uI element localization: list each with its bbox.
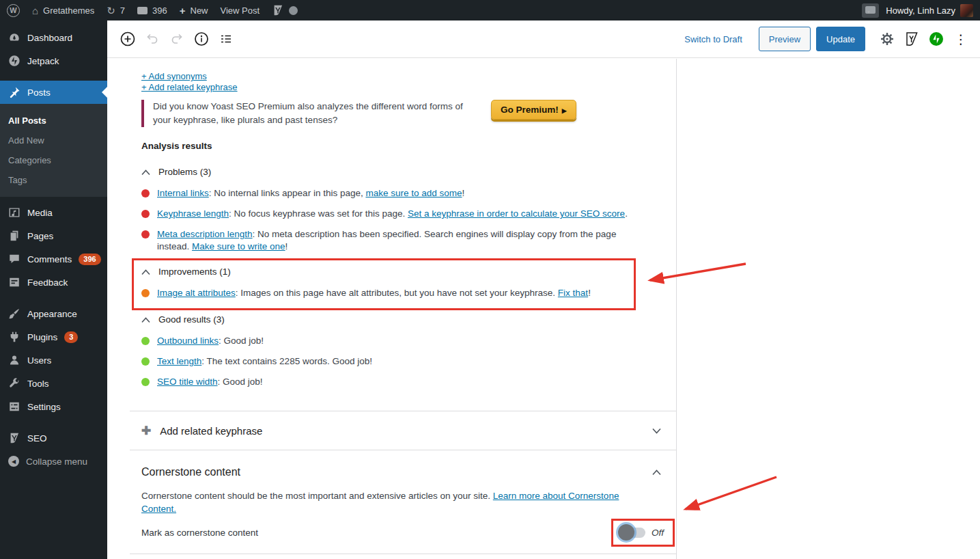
new-content-menu[interactable]: + New — [180, 5, 208, 16]
settings-gear-button[interactable] — [875, 27, 899, 51]
sidebar-label-plugins: Plugins — [27, 332, 57, 342]
sidebar-item-plugins[interactable]: Plugins 3 — [0, 325, 107, 349]
yoast-seo-metabox: + Add synonyms + Add related keyphrase D… — [107, 59, 677, 559]
redo-button[interactable] — [165, 27, 189, 51]
problems-section-toggle[interactable]: Problems (3) — [141, 167, 211, 178]
chevron-down-icon[interactable] — [652, 428, 661, 434]
site-name: Gretathemes — [43, 5, 94, 16]
posts-submenu: All Posts Add New Categories Tags — [0, 104, 107, 197]
editor-toolbar: Switch to Draft Preview Update ⋮ — [107, 21, 980, 58]
pages-icon — [8, 230, 20, 242]
sidebar-item-tools[interactable]: Tools — [0, 372, 107, 395]
jetpack-sidebar-button[interactable] — [924, 27, 949, 51]
switch-to-draft-link[interactable]: Switch to Draft — [684, 34, 742, 44]
sidebar-label-pages: Pages — [27, 231, 53, 241]
improvements-section-toggle[interactable]: Improvements (1) — [141, 267, 231, 277]
cornerstone-toggle[interactable] — [621, 528, 645, 538]
analysis-action-link[interactable]: Fix that — [558, 288, 588, 298]
new-icon: + — [180, 5, 186, 16]
undo-button[interactable] — [140, 27, 165, 51]
account-menu[interactable]: Howdy, Linh Lazy — [886, 4, 973, 17]
avatar — [960, 4, 973, 17]
sidebar-item-settings[interactable]: Settings — [0, 395, 107, 418]
cornerstone-section-header[interactable]: Cornerstone content — [141, 450, 665, 479]
update-button[interactable]: Update — [816, 27, 865, 51]
yoast-adminbar-menu[interactable] — [272, 4, 298, 16]
premium-upsell: Did you know Yoast SEO Premium also anal… — [141, 100, 665, 128]
analysis-action-link[interactable]: Set a keyphrase in order to calculate yo… — [408, 208, 625, 219]
analysis-item: Keyphrase length: No focus keyphrase was… — [141, 208, 665, 220]
go-premium-button[interactable]: Go Premium!▶ — [491, 100, 576, 120]
site-name-link[interactable]: ⌂ Gretathemes — [32, 5, 94, 16]
analysis-item-link[interactable]: Image alt attributes — [157, 288, 236, 298]
analysis-item: SEO title width: Good job! — [141, 376, 665, 388]
chevron-up-icon — [141, 169, 150, 176]
submenu-categories[interactable]: Categories — [0, 150, 107, 170]
submenu-tags[interactable]: Tags — [0, 170, 107, 190]
view-post-link[interactable]: View Post — [221, 5, 260, 16]
sidebar-item-feedback[interactable]: Feedback — [0, 271, 107, 294]
block-inserter-button[interactable] — [115, 27, 140, 51]
analysis-item-link[interactable]: SEO title width — [157, 377, 218, 387]
collapse-icon: ◀ — [8, 456, 19, 467]
sidebar-item-appearance[interactable]: Appearance — [0, 302, 107, 325]
analysis-item-link[interactable]: Keyphrase length — [157, 208, 229, 219]
chevron-up-icon[interactable] — [652, 469, 661, 476]
section-divider — [130, 554, 676, 554]
comments-link[interactable]: 396 — [137, 5, 167, 16]
analysis-action-link[interactable]: make sure to add some — [365, 188, 462, 198]
analysis-item-link[interactable]: Text length — [157, 356, 201, 366]
sidebar-item-seo[interactable]: SEO — [0, 426, 107, 450]
toggle-knob[interactable] — [618, 524, 634, 541]
cornerstone-description: Cornerstone content should be the most i… — [141, 489, 650, 515]
analysis-item-link[interactable]: Outbound links — [157, 336, 219, 346]
sidebar-item-pages[interactable]: Pages — [0, 224, 107, 247]
submenu-add-new[interactable]: Add New — [0, 131, 107, 150]
good-dot-icon — [141, 357, 150, 366]
good-results-section-toggle[interactable]: Good results (3) — [141, 314, 225, 325]
chevron-up-icon — [141, 317, 150, 323]
cornerstone-toggle-row: Mark as cornerstone content Off — [141, 522, 665, 543]
add-related-keyphrase-section[interactable]: ✚ Add related keyphrase — [141, 411, 665, 450]
new-label: New — [191, 5, 208, 16]
wordpress-menu[interactable]: W — [7, 4, 20, 17]
analysis-action-link[interactable]: Make sure to write one — [192, 241, 285, 251]
sidebar-item-collapse-menu[interactable]: ◀ Collapse menu — [0, 450, 107, 473]
sidebar-item-posts[interactable]: Posts — [0, 81, 107, 104]
comments-count-badge: 396 — [79, 254, 100, 265]
gear-icon — [879, 31, 895, 47]
cornerstone-toggle-label: Mark as cornerstone content — [141, 528, 258, 538]
yoast-seo-icon — [8, 432, 20, 444]
sidebar-item-dashboard[interactable]: Dashboard — [0, 26, 107, 49]
view-post-label: View Post — [221, 5, 260, 16]
list-view-button[interactable] — [214, 27, 238, 51]
plugins-icon — [8, 331, 20, 343]
kebab-menu-icon: ⋮ — [955, 31, 968, 47]
sidebar-item-jetpack[interactable]: Jetpack — [0, 49, 107, 72]
analysis-item-link[interactable]: Meta description length — [157, 229, 253, 239]
sidebar-item-media[interactable]: Media — [0, 201, 107, 224]
options-menu-button[interactable]: ⋮ — [949, 27, 973, 51]
add-related-keyphrase-link[interactable]: + Add related keyphrase — [141, 82, 238, 93]
undo-icon — [144, 31, 160, 47]
yoast-sidebar-button[interactable] — [899, 27, 924, 51]
updates-link[interactable]: ↻ 7 — [107, 5, 125, 16]
add-synonyms-link[interactable]: + Add synonyms — [141, 71, 207, 82]
appearance-icon — [8, 308, 20, 320]
admin-sidebar: Dashboard Jetpack Posts All Posts Add Ne… — [0, 21, 107, 559]
plus-icon: ✚ — [141, 425, 151, 437]
details-button[interactable] — [189, 27, 214, 51]
sidebar-item-users[interactable]: Users — [0, 349, 107, 372]
sidebar-separator — [0, 294, 107, 302]
sidebar-item-comments[interactable]: Comments 396 — [0, 247, 107, 271]
posts-pin-icon — [8, 86, 20, 98]
problems-title: Problems (3) — [158, 167, 211, 178]
admin-bar: W ⌂ Gretathemes ↻ 7 396 + New View Post … — [0, 0, 980, 21]
message-bubble-icon — [865, 6, 876, 14]
analysis-item-link[interactable]: Internal links — [157, 188, 209, 198]
adminbar-messages-button[interactable] — [862, 3, 879, 18]
sidebar-label-tools: Tools — [27, 379, 49, 389]
updates-icon: ↻ — [107, 5, 115, 16]
submenu-all-posts[interactable]: All Posts — [0, 111, 107, 131]
preview-button[interactable]: Preview — [759, 27, 811, 51]
